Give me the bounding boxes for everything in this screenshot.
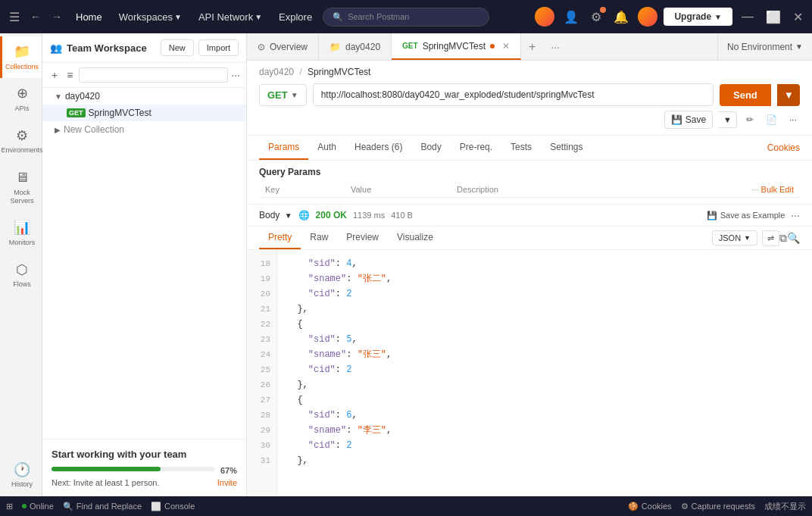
req-tab-params[interactable]: Params bbox=[259, 136, 308, 160]
url-input[interactable] bbox=[313, 83, 714, 106]
save-as-example-button[interactable]: 💾 Save as Example bbox=[707, 211, 785, 220]
tabs-bar: ⊙ Overview 📁 day0420 GET SpringMVCTest ✕… bbox=[247, 33, 812, 61]
nav-workspaces[interactable]: Workspaces ▼ bbox=[113, 8, 188, 26]
minimize-icon[interactable]: — bbox=[739, 8, 757, 25]
sidebar-item-apis[interactable]: ⊕ APIs bbox=[0, 78, 42, 120]
invite-link[interactable]: Invite bbox=[217, 478, 237, 487]
user-avatar[interactable] bbox=[638, 7, 657, 27]
progress-bar-fill bbox=[52, 467, 161, 471]
add-collection-icon[interactable]: + bbox=[48, 67, 61, 83]
sidebar-item-flows[interactable]: ⬡ Flows bbox=[0, 255, 42, 296]
sidebar-item-collections[interactable]: 📁 Collections bbox=[0, 36, 42, 78]
edit-icon[interactable]: ✏ bbox=[743, 113, 757, 127]
save-button[interactable]: 💾 Save bbox=[664, 111, 713, 129]
more-options-icon[interactable]: ··· bbox=[231, 69, 240, 81]
hamburger-icon[interactable]: ☰ bbox=[6, 7, 23, 27]
search-response-button[interactable]: 🔍 bbox=[787, 232, 800, 244]
req-tab-auth[interactable]: Auth bbox=[308, 136, 345, 160]
globe-icon: 🌐 bbox=[298, 210, 310, 220]
console-item[interactable]: ⬜ Console bbox=[151, 502, 195, 511]
sidebar-item-environments[interactable]: ⚙ Environments bbox=[0, 120, 42, 162]
chevron-down-icon: ▼ bbox=[285, 211, 292, 220]
send-dropdown-button[interactable]: ▼ bbox=[777, 84, 800, 106]
resp-tab-raw[interactable]: Raw bbox=[301, 227, 337, 249]
restore-icon[interactable]: ⬜ bbox=[763, 8, 784, 26]
history-icon: 🕐 bbox=[14, 462, 30, 479]
nav-explore[interactable]: Explore bbox=[273, 8, 318, 26]
search-icon: 🔍 bbox=[333, 12, 343, 22]
close-icon[interactable]: ✕ bbox=[790, 8, 806, 26]
new-button[interactable]: New bbox=[161, 39, 194, 56]
filter-icon[interactable]: ≡ bbox=[64, 67, 76, 83]
progress-row: 67% bbox=[52, 466, 237, 475]
tab-day0420[interactable]: 📁 day0420 bbox=[319, 33, 392, 60]
wrap-lines-button[interactable]: ⇌ bbox=[762, 230, 779, 246]
send-button[interactable]: Send bbox=[720, 84, 771, 106]
request-name: SpringMVCTest bbox=[89, 108, 151, 118]
status-badge: 200 OK bbox=[316, 210, 347, 220]
sidebar-icons: 📁 Collections ⊕ APIs ⚙ Environments 🖥 Mo… bbox=[0, 33, 42, 496]
capture-icon: ⚙ bbox=[681, 502, 689, 511]
search-collections-input[interactable] bbox=[79, 67, 228, 83]
back-arrow[interactable]: ← bbox=[27, 9, 44, 24]
grid-icon-item[interactable]: ⊞ bbox=[6, 502, 13, 511]
req-tab-tests[interactable]: Tests bbox=[501, 136, 541, 160]
req-tab-headers[interactable]: Headers (6) bbox=[345, 136, 411, 160]
resp-tab-visualize[interactable]: Visualize bbox=[388, 227, 442, 249]
chevron-right-icon: ▶ bbox=[55, 126, 61, 134]
overview-icon: ⊙ bbox=[258, 42, 265, 52]
mock-servers-icon: 🖥 bbox=[15, 170, 29, 186]
more-options-btn[interactable]: ··· bbox=[786, 113, 800, 127]
user-plus-icon[interactable]: 👤 bbox=[561, 8, 582, 26]
env-name: No Environment bbox=[727, 42, 792, 52]
search-placeholder: Search Postman bbox=[348, 12, 409, 21]
sidebar-item-history[interactable]: 🕐 History bbox=[0, 455, 42, 496]
footer-text-item: 成绩不显示 bbox=[764, 501, 806, 512]
document-icon[interactable]: 📄 bbox=[763, 113, 780, 127]
save-dropdown-button[interactable]: ▼ bbox=[719, 111, 737, 128]
response-body-label[interactable]: Body ▼ bbox=[259, 210, 292, 220]
upgrade-button[interactable]: Upgrade ▼ bbox=[664, 8, 732, 26]
panel-buttons: New Import bbox=[161, 39, 239, 56]
find-replace-item[interactable]: 🔍 Find and Replace bbox=[63, 502, 142, 511]
search-bar[interactable]: 🔍 Search Postman bbox=[323, 8, 489, 27]
bulk-edit-label[interactable]: Bulk Edit bbox=[761, 185, 794, 194]
apis-icon: ⊕ bbox=[17, 86, 28, 102]
new-tab-button[interactable]: + bbox=[521, 40, 543, 54]
collection-day0420[interactable]: ▼ day0420 bbox=[42, 88, 246, 105]
method-selector[interactable]: GET ▼ bbox=[259, 84, 307, 106]
settings-icon[interactable]: ⚙ bbox=[588, 8, 604, 26]
tab-overview[interactable]: ⊙ Overview bbox=[247, 33, 319, 60]
tab-label-springmvctest: SpringMVCTest bbox=[423, 41, 486, 52]
format-selector[interactable]: JSON ▼ bbox=[712, 230, 757, 245]
footer-text: 成绩不显示 bbox=[764, 501, 806, 512]
content-area: ⊙ Overview 📁 day0420 GET SpringMVCTest ✕… bbox=[247, 33, 812, 496]
req-tab-settings[interactable]: Settings bbox=[541, 136, 592, 160]
online-label: Online bbox=[30, 502, 54, 511]
cookies-link[interactable]: Cookies bbox=[767, 142, 800, 153]
tab-springmvctest[interactable]: GET SpringMVCTest ✕ bbox=[392, 33, 521, 60]
sidebar-item-monitors[interactable]: 📊 Monitors bbox=[0, 212, 42, 254]
copy-button[interactable]: ⧉ bbox=[779, 232, 787, 245]
resp-tab-pretty[interactable]: Pretty bbox=[259, 227, 301, 249]
nav-api-network[interactable]: API Network ▼ bbox=[192, 8, 268, 26]
req-tab-body[interactable]: Body bbox=[411, 136, 450, 160]
environment-selector[interactable]: No Environment ▼ bbox=[717, 33, 812, 60]
nav-home[interactable]: Home bbox=[70, 8, 108, 26]
import-button[interactable]: Import bbox=[198, 39, 239, 56]
panel-header: 👥 Team Workspace New Import bbox=[42, 33, 246, 63]
capture-item[interactable]: ⚙ Capture requests bbox=[681, 502, 755, 511]
postman-logo-icon[interactable] bbox=[535, 7, 554, 27]
tab-close-icon[interactable]: ✕ bbox=[502, 41, 510, 52]
collections-icon: 📁 bbox=[14, 44, 30, 61]
request-springmvctest[interactable]: GET SpringMVCTest bbox=[42, 105, 246, 121]
more-tabs-icon[interactable]: ··· bbox=[543, 41, 567, 53]
cookies-bottom-item[interactable]: 🍪 Cookies bbox=[628, 502, 672, 511]
forward-arrow[interactable]: → bbox=[48, 9, 65, 24]
response-more-options[interactable]: ··· bbox=[791, 209, 800, 221]
resp-tab-preview[interactable]: Preview bbox=[337, 227, 388, 249]
bell-icon[interactable]: 🔔 bbox=[611, 8, 632, 26]
sidebar-item-mock-servers[interactable]: 🖥 Mock Servers bbox=[0, 162, 42, 212]
new-collection-item[interactable]: ▶ New Collection bbox=[42, 121, 246, 138]
req-tab-prereq[interactable]: Pre-req. bbox=[451, 136, 501, 160]
